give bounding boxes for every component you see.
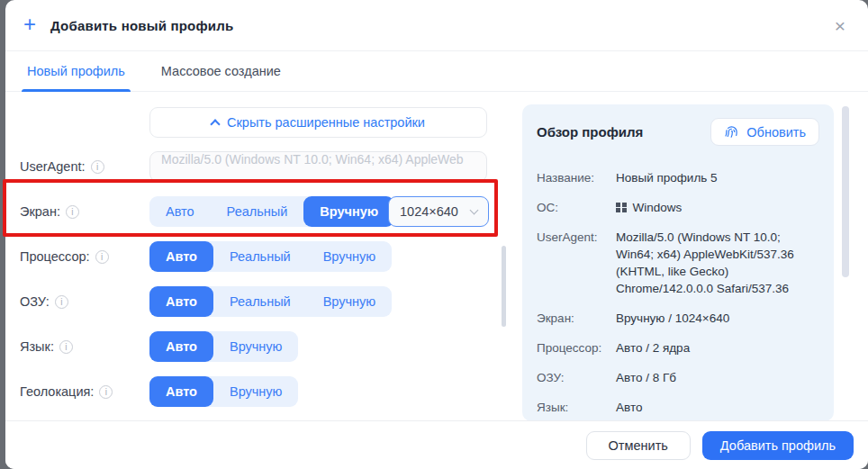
overview-cpu-label: Процессор: bbox=[537, 339, 616, 356]
chevron-down-icon bbox=[470, 206, 479, 215]
info-icon[interactable]: i bbox=[55, 295, 68, 309]
screen-option-auto[interactable]: Авто bbox=[149, 196, 211, 227]
page-background: + Добавить новый профиль × Новый профиль… bbox=[0, 0, 868, 469]
cancel-button[interactable]: Отменить bbox=[586, 431, 691, 460]
language-label: Язык: bbox=[20, 339, 54, 354]
overview-row-language: Язык: Авто bbox=[537, 399, 819, 416]
overview-os-value: Windows bbox=[633, 199, 683, 216]
ram-option-manual[interactable]: Вручную bbox=[307, 286, 393, 317]
profile-overview-panel: Обзор профиля Обновить Название: bbox=[522, 104, 834, 421]
overview-scrollbar[interactable] bbox=[842, 106, 849, 277]
geolocation-label-group: Геолокация: i bbox=[20, 376, 113, 407]
overview-cpu-value: Авто / 2 ядра bbox=[616, 339, 819, 356]
dialog-header: + Добавить новый профиль × bbox=[5, 0, 868, 51]
overview-ram-label: ОЗУ: bbox=[537, 369, 616, 386]
chevron-up-icon bbox=[210, 119, 220, 129]
useragent-input[interactable]: Mozilla/5.0 (Windows NT 10.0; Win64; x64… bbox=[149, 151, 487, 182]
geolocation-mode-segmented-control: Авто Вручную bbox=[149, 376, 298, 407]
cpu-label: Процессор: bbox=[20, 249, 90, 264]
screen-mode-segmented-control: Авто Реальный Вручную bbox=[149, 196, 394, 227]
overview-ram-value: Авто / 8 Гб bbox=[616, 369, 819, 386]
language-mode-segmented-control: Авто Вручную bbox=[149, 331, 298, 362]
close-icon[interactable]: × bbox=[828, 14, 852, 38]
overview-row-useragent: UserAgent: Mozilla/5.0 (Windows NT 10.0;… bbox=[537, 229, 819, 297]
info-icon[interactable]: i bbox=[99, 385, 113, 399]
overview-row-screen: Экран: Вручную / 1024×640 bbox=[537, 310, 819, 327]
overview-os-label: ОС: bbox=[537, 199, 616, 216]
overview-useragent-value: Mozilla/5.0 (Windows NT 10.0; Win64; x64… bbox=[616, 229, 819, 297]
info-icon[interactable]: i bbox=[66, 205, 79, 219]
screen-resolution-value: 1024×640 bbox=[400, 204, 458, 219]
info-icon[interactable]: i bbox=[59, 340, 73, 354]
ram-option-real[interactable]: Реальный bbox=[213, 286, 307, 317]
screen-resolution-dropdown[interactable]: 1024×640 bbox=[388, 196, 489, 227]
ram-label: ОЗУ: bbox=[20, 294, 50, 309]
hide-advanced-settings-label: Скрыть расширенные настройки bbox=[227, 115, 425, 130]
plus-icon: + bbox=[23, 14, 36, 35]
cpu-option-manual[interactable]: Вручную bbox=[307, 241, 393, 272]
cpu-option-real[interactable]: Реальный bbox=[213, 241, 307, 272]
refresh-button-label: Обновить bbox=[746, 125, 806, 140]
screen-label-group: Экран: i bbox=[20, 196, 79, 227]
dialog-footer: Отменить Добавить профиль bbox=[5, 420, 868, 469]
form-scrollbar[interactable] bbox=[502, 246, 506, 327]
add-profile-button[interactable]: Добавить профиль bbox=[702, 431, 854, 460]
overview-row-name: Название: Новый профиль 5 bbox=[537, 169, 819, 186]
screen-label: Экран: bbox=[20, 204, 60, 219]
overview-row-os: ОС: Windows bbox=[537, 199, 819, 216]
overview-row-ram: ОЗУ: Авто / 8 Гб bbox=[537, 369, 819, 386]
tab-bulk-create[interactable]: Массовое создание bbox=[156, 51, 286, 91]
geolocation-label: Геолокация: bbox=[20, 384, 94, 399]
screen-option-manual[interactable]: Вручную bbox=[303, 196, 394, 227]
language-option-auto[interactable]: Авто bbox=[149, 331, 213, 362]
ram-label-group: ОЗУ: i bbox=[20, 286, 68, 317]
windows-icon bbox=[616, 203, 627, 213]
hide-advanced-settings-button[interactable]: Скрыть расширенные настройки bbox=[149, 107, 487, 138]
overview-title: Обзор профиля bbox=[537, 124, 643, 140]
overview-row-cpu: Процессор: Авто / 2 ядра bbox=[537, 339, 819, 356]
cpu-label-group: Процессор: i bbox=[20, 241, 109, 272]
tab-bar: Новый профиль Массовое создание bbox=[5, 51, 868, 92]
refresh-fingerprint-button[interactable]: Обновить bbox=[710, 118, 819, 146]
useragent-label: UserAgent: bbox=[20, 159, 86, 174]
language-option-manual[interactable]: Вручную bbox=[213, 331, 299, 362]
info-icon[interactable]: i bbox=[95, 250, 109, 264]
overview-screen-value: Вручную / 1024×640 bbox=[616, 310, 819, 327]
overview-useragent-label: UserAgent: bbox=[537, 229, 616, 297]
overview-header: Обзор профиля Обновить bbox=[537, 118, 819, 146]
geolocation-option-auto[interactable]: Авто bbox=[149, 376, 213, 407]
ram-mode-segmented-control: Авто Реальный Вручную bbox=[149, 286, 392, 317]
overview-language-label: Язык: bbox=[537, 399, 616, 416]
info-icon[interactable]: i bbox=[91, 160, 104, 174]
dialog-title: Добавить новый профиль bbox=[50, 18, 233, 33]
overview-name-label: Название: bbox=[537, 169, 616, 186]
geolocation-option-manual[interactable]: Вручную bbox=[213, 376, 299, 407]
fingerprint-icon bbox=[724, 124, 739, 140]
screen-option-real[interactable]: Реальный bbox=[211, 196, 304, 227]
useragent-label-group: UserAgent: i bbox=[20, 151, 104, 182]
overview-name-value: Новый профиль 5 bbox=[616, 169, 819, 186]
dialog-body: Скрыть расширенные настройки UserAgent: … bbox=[5, 93, 868, 420]
cpu-mode-segmented-control: Авто Реальный Вручную bbox=[149, 241, 392, 272]
overview-language-value: Авто bbox=[616, 399, 819, 416]
overview-os-value-group: Windows bbox=[616, 199, 819, 216]
add-profile-dialog: + Добавить новый профиль × Новый профиль… bbox=[5, 0, 868, 469]
cpu-option-auto[interactable]: Авто bbox=[149, 241, 213, 272]
language-label-group: Язык: i bbox=[20, 331, 73, 362]
tab-new-profile[interactable]: Новый профиль bbox=[22, 51, 131, 91]
overview-screen-label: Экран: bbox=[537, 310, 616, 327]
ram-option-auto[interactable]: Авто bbox=[149, 286, 213, 317]
